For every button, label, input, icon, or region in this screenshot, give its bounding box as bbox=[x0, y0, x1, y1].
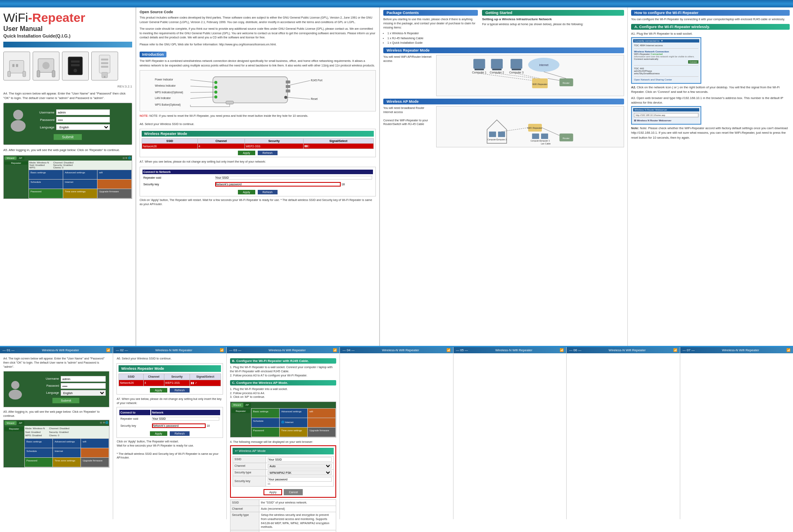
page-01: — 01 — Wireless-N Wifi Repeater 📶 A4. Th… bbox=[0, 347, 113, 519]
refresh-button-1[interactable]: Refresh bbox=[258, 151, 278, 155]
status-b-2: Channel: Disabled Security: Enabled Clie… bbox=[49, 427, 69, 437]
page-04-title: Wireless-N Wifi Repeater bbox=[382, 348, 419, 352]
repeater-mode-header: Wireless Repeater Mode bbox=[142, 131, 374, 137]
wifi-icon-01: 📶 bbox=[106, 348, 110, 352]
svg-rect-18 bbox=[104, 76, 105, 78]
page-04: — 04 — Wireless-N Wifi Repeater 📶 bbox=[340, 347, 453, 519]
refresh-button-2[interactable]: Refresh bbox=[258, 190, 278, 194]
pkg-getting-row: Package Contents Before you starting to … bbox=[383, 10, 624, 45]
step-c3: 3. Click on 'AP' to continue. bbox=[230, 395, 336, 399]
mock-submit-btn[interactable]: Submit bbox=[52, 397, 80, 404]
security-key-input-02[interactable] bbox=[152, 423, 206, 428]
qig: Quick Installation Guide(Q.I.G.) bbox=[3, 33, 132, 38]
disconnect-btn[interactable]: Connect bbox=[688, 60, 698, 64]
repeater-ssid-row-02: Repeater ssid bbox=[119, 416, 220, 422]
channel-02: 4 bbox=[143, 380, 164, 386]
ap-apply-btn[interactable]: Apply bbox=[264, 489, 283, 495]
gb-cell2 bbox=[81, 448, 109, 457]
ap-security-key-input[interactable] bbox=[268, 477, 332, 482]
submit-button[interactable]: Submit bbox=[53, 134, 82, 140]
ap-c[interactable]: AP bbox=[244, 403, 251, 407]
svg-rect-16 bbox=[101, 66, 108, 68]
internet-label: Internet bbox=[285, 421, 293, 424]
device-img-1 bbox=[3, 52, 30, 80]
blue-accent-bar bbox=[3, 42, 132, 47]
grid-firmware: Upgrade firmware bbox=[97, 189, 131, 198]
repeater-mode-header-02: Wireless Repeater Mode bbox=[119, 365, 221, 372]
ap-security-type-select[interactable]: WPA/WPA2 PSK bbox=[268, 471, 332, 475]
mock-user-input[interactable] bbox=[61, 376, 106, 382]
mock-lang-select[interactable]: English bbox=[61, 390, 106, 396]
col-ssid-02: SSID bbox=[119, 374, 143, 380]
device-diagram-svg: RJ45 Port Reset Power Indicator Wireless… bbox=[142, 73, 373, 109]
svg-rect-53 bbox=[510, 59, 522, 69]
wizard-btn[interactable]: Wizard bbox=[5, 156, 17, 160]
repeater-c[interactable]: Repeater bbox=[231, 409, 250, 413]
password-input[interactable] bbox=[56, 117, 110, 123]
refresh-btn-02[interactable]: Refresh bbox=[170, 388, 190, 392]
repeater-diagram-svg: Computer 1 Computer 2 Computer 3 Interne… bbox=[438, 57, 622, 94]
open-source-title: Open Source Code bbox=[140, 10, 376, 14]
svg-text:Lan Cable: Lan Cable bbox=[541, 142, 551, 145]
user-manual: User Manual bbox=[3, 25, 132, 33]
gc-internet-c: 🌐 Internet bbox=[280, 418, 307, 427]
open-source-text-3: Please refer to the GNU GPL Web site for… bbox=[140, 43, 376, 47]
username-input[interactable] bbox=[56, 109, 110, 115]
status-security: Security: Enabled bbox=[53, 164, 74, 166]
ap-btn[interactable]: AP bbox=[17, 156, 24, 160]
note-label: Note: bbox=[631, 126, 640, 130]
pkg-item-2: 1 x RJ-45 Networking Cable bbox=[387, 36, 478, 40]
mock-user-row: Username bbox=[26, 376, 106, 382]
repeater-ssid-input-02[interactable] bbox=[152, 417, 219, 421]
page-04-content bbox=[340, 353, 453, 519]
step-c2: 2. Follow process A3 to A4. bbox=[230, 391, 336, 395]
svg-text:Router: Router bbox=[563, 82, 570, 84]
ap-cancel-btn[interactable]: Cancel bbox=[284, 489, 303, 495]
apply-button-2[interactable]: Apply bbox=[238, 190, 255, 194]
svg-line-25 bbox=[290, 80, 310, 85]
svg-rect-23 bbox=[286, 85, 290, 88]
refresh-network-02[interactable]: Refresh bbox=[170, 431, 190, 436]
repeater-nav-btn[interactable]: Repeater bbox=[5, 161, 28, 165]
a6-text: A6. Select your Wireless SSID to continu… bbox=[140, 122, 376, 127]
apply-button-1[interactable]: Apply bbox=[238, 151, 255, 155]
ap-ssid-input[interactable] bbox=[268, 457, 332, 462]
mock-pass-input[interactable] bbox=[61, 383, 106, 389]
svg-text:Computer 1: Computer 1 bbox=[472, 71, 487, 74]
ssid-row-1[interactable]: Network26 4 WEP2-3SS ▮▮▯ bbox=[142, 144, 374, 149]
repeater-ssid-input[interactable] bbox=[215, 176, 372, 180]
rev-text: REV.3.2.1 bbox=[3, 85, 132, 88]
web-grid-c: Basic settings Advanced settings wifi Sc… bbox=[251, 408, 336, 437]
ap-channel-select[interactable]: Auto bbox=[268, 464, 332, 468]
status-b-clients: Clients: 0 bbox=[49, 434, 69, 437]
wizard-c[interactable]: Wizard bbox=[231, 403, 243, 407]
info-channel-row: Channel Auto (recommend) bbox=[230, 506, 336, 512]
ap-security-key-row: Security key 11 bbox=[233, 476, 333, 487]
wireless-repeater-header: Wireless Repeater Mode bbox=[383, 47, 624, 53]
svg-text:Router: Router bbox=[563, 137, 570, 140]
page-03-title: Wireless-N Wifi Repeater bbox=[268, 348, 306, 352]
signal-value: ▮▮▯ bbox=[303, 144, 373, 149]
security-key-input[interactable] bbox=[215, 182, 341, 187]
step-c1: 1. Plug the Wi-Fi Repeater into a wall s… bbox=[230, 387, 336, 391]
web-status-bottom: Mode: Wireless-N Ssid: Enabled WPS: Disa… bbox=[24, 426, 109, 438]
ssid-row-02[interactable]: Network26 4 WEP2-3SS ▮▮ ✓ bbox=[119, 380, 221, 386]
repeater-btn-b[interactable]: Repeater bbox=[5, 427, 24, 431]
note-label: NOTE: bbox=[140, 114, 150, 117]
apply-network-02[interactable]: Apply bbox=[150, 431, 167, 436]
conn-open-sharing: Open Network and Sharing Center bbox=[634, 78, 698, 81]
ap-ssid-val bbox=[266, 456, 333, 463]
apply-btn-02[interactable]: Apply bbox=[150, 388, 167, 392]
wireless-ap-connect: Connect the WiFi-Repeater to your Router… bbox=[383, 118, 433, 127]
status-b-channel: Channel: Disabled bbox=[49, 427, 69, 430]
conn-tds: TDC 4884 Internet access bbox=[634, 44, 698, 47]
wizard-btn-b[interactable]: Wizard bbox=[5, 421, 17, 425]
ap-btn-b[interactable]: AP bbox=[17, 421, 24, 425]
ap-security-type-label: Security type bbox=[233, 469, 266, 476]
screenshot-box-2: Wireless N Router Webserver http://192.1… bbox=[631, 106, 701, 125]
apply-refresh-network-02: Apply Refresh bbox=[119, 431, 221, 436]
connect-table: Connect to Network Repeater ssid bbox=[142, 169, 374, 188]
language-select[interactable]: English bbox=[56, 124, 110, 130]
device-img-4 bbox=[91, 52, 118, 80]
info-ssid-label: SSID bbox=[230, 500, 259, 506]
